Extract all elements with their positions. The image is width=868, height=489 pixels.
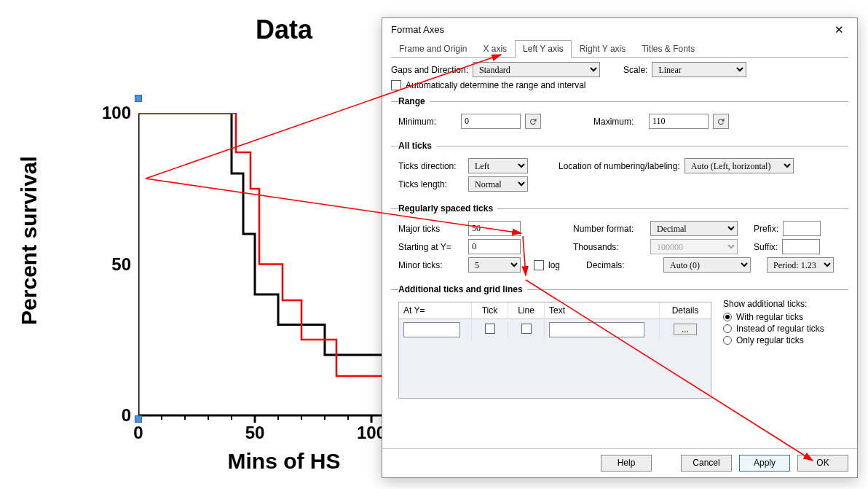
radio-only-regular[interactable]: Only regular ticks — [723, 335, 824, 345]
help-button[interactable]: Help — [601, 455, 652, 472]
scale-label: Scale: — [623, 65, 647, 75]
additional-ticks-group: Additional ticks and grid lines At Y= Ti… — [391, 284, 848, 402]
details-button[interactable]: ... — [674, 324, 697, 335]
line-checkbox[interactable] — [521, 324, 532, 334]
close-icon[interactable]: ✕ — [830, 24, 848, 35]
ticks-length-select[interactable]: Normal — [468, 176, 528, 192]
tab-left-y-axis[interactable]: Left Y axis — [515, 40, 572, 58]
loc-label: Location of numbering/labeling: — [559, 161, 680, 171]
tick-text-input[interactable] — [549, 322, 644, 337]
prefix-input[interactable] — [783, 221, 821, 236]
log-checkbox[interactable] — [534, 260, 544, 270]
range-legend: Range — [398, 96, 430, 106]
ticks-dir-label: Ticks direction: — [398, 161, 464, 171]
table-row: ... — [399, 319, 711, 340]
number-format-select[interactable]: Decimal — [650, 221, 738, 236]
tabbar: Frame and Origin X axis Left Y axis Righ… — [391, 39, 848, 58]
min-reset-icon[interactable] — [525, 114, 541, 129]
major-ticks-input[interactable] — [468, 221, 521, 236]
tab-titles-fonts[interactable]: Titles & Fonts — [634, 40, 703, 58]
major-ticks-label: Major ticks — [398, 224, 464, 234]
ticks-direction-select[interactable]: Left — [468, 158, 528, 173]
ticks-len-label: Ticks length: — [398, 179, 464, 189]
thousands-label: Thousands: — [573, 242, 646, 252]
format-axes-dialog: Format Axes ✕ Frame and Origin X axis Le… — [382, 17, 858, 478]
col-details: Details — [660, 302, 711, 318]
number-format-label: Number format: — [573, 224, 646, 234]
regular-ticks-legend: Regularly spaced ticks — [398, 203, 497, 214]
regular-ticks-group: Regularly spaced ticks Major ticks Numbe… — [391, 203, 848, 278]
thousands-select: 100000 — [650, 239, 738, 254]
max-label: Maximum: — [593, 117, 644, 127]
axis-handle-bottom[interactable] — [135, 415, 142, 423]
starting-at-input[interactable] — [468, 239, 521, 254]
ok-button[interactable]: OK — [797, 455, 848, 472]
x-tick-0: 0 — [120, 423, 157, 443]
min-input[interactable] — [461, 114, 521, 129]
scale-select[interactable]: Linear — [652, 62, 746, 77]
minor-ticks-label: Minor ticks: — [398, 260, 464, 270]
axis-handle-top[interactable] — [135, 95, 142, 102]
range-group: Range Minimum: Maximum: — [391, 96, 848, 135]
y-axis-label: Percent survival — [17, 156, 42, 325]
tab-x-axis[interactable]: X axis — [475, 40, 515, 58]
gaps-label: Gaps and Direction: — [391, 65, 468, 75]
decimals-label: Decimals: — [586, 260, 659, 270]
prefix-label: Prefix: — [754, 224, 778, 234]
tab-right-y-axis[interactable]: Right Y axis — [572, 40, 634, 58]
max-reset-icon[interactable] — [713, 114, 729, 129]
decimals-select[interactable]: Auto (0) — [663, 257, 751, 273]
suffix-input[interactable] — [782, 239, 820, 254]
x-tick-50: 50 — [237, 423, 273, 443]
radio-instead-regular[interactable]: Instead of regular ticks — [723, 324, 824, 334]
auto-range-label: Automatically determine the range and in… — [406, 80, 585, 90]
col-at-y: At Y= — [399, 302, 472, 318]
starting-at-label: Starting at Y= — [398, 242, 464, 252]
all-ticks-group: All ticks Ticks direction: Left Location… — [391, 141, 848, 197]
series-black — [138, 113, 395, 355]
log-label: log — [548, 260, 560, 270]
additional-ticks-table: At Y= Tick Line Text Details ... — [398, 302, 711, 399]
tick-checkbox[interactable] — [485, 324, 495, 334]
radio-with-regular[interactable]: With regular ticks — [723, 312, 824, 322]
show-additional-label: Show additional ticks: — [723, 299, 824, 309]
gaps-direction-select[interactable]: Standard — [473, 62, 600, 77]
minor-ticks-select[interactable]: 5 — [468, 257, 521, 273]
tab-frame-origin[interactable]: Frame and Origin — [391, 40, 475, 58]
max-input[interactable] — [649, 114, 709, 129]
suffix-label: Suffix: — [754, 242, 778, 252]
y-tick-50: 50 — [102, 254, 131, 275]
numbering-location-select[interactable]: Auto (Left, horizontal) — [684, 158, 794, 173]
y-tick-100: 100 — [102, 103, 131, 123]
auto-range-checkbox[interactable] — [391, 80, 401, 90]
all-ticks-legend: All ticks — [398, 141, 436, 151]
col-tick: Tick — [472, 302, 508, 318]
series-red — [138, 113, 395, 376]
col-text: Text — [545, 302, 660, 318]
at-y-input[interactable] — [403, 322, 460, 337]
apply-button[interactable]: Apply — [739, 455, 790, 472]
dialog-title: Format Axes — [391, 24, 444, 35]
min-label: Minimum: — [398, 117, 457, 127]
cancel-button[interactable]: Cancel — [681, 455, 732, 472]
col-line: Line — [508, 302, 545, 318]
period-select[interactable]: Period: 1.23 — [767, 257, 834, 273]
additional-ticks-legend: Additional ticks and grid lines — [398, 284, 527, 294]
